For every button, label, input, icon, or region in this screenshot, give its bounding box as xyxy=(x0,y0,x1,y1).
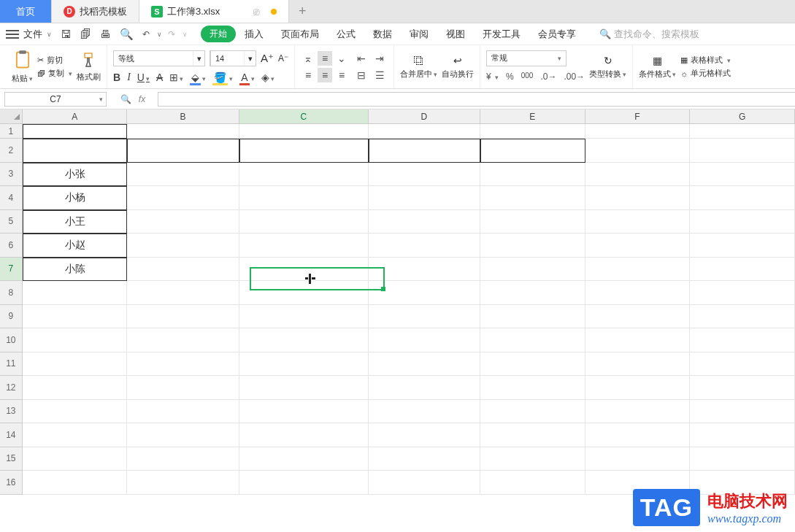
decrease-decimal-icon[interactable]: .00→ xyxy=(564,72,585,84)
name-box[interactable]: C7 ▾ xyxy=(4,92,107,107)
cell[interactable] xyxy=(239,234,369,258)
cell[interactable] xyxy=(480,139,585,163)
align-right-icon[interactable]: ≡ xyxy=(334,68,349,82)
ribbon-tab-page-layout[interactable]: 页面布局 xyxy=(272,25,328,44)
copy-button[interactable]: 🗊复制▾ xyxy=(37,68,72,79)
file-menu[interactable]: 文件 ∨ xyxy=(23,28,52,41)
cell[interactable] xyxy=(585,124,691,139)
row-header[interactable]: 12 xyxy=(0,376,23,400)
cell[interactable] xyxy=(690,124,795,139)
cell[interactable] xyxy=(690,281,795,305)
align-center-icon[interactable]: ≡ xyxy=(318,68,332,82)
cell[interactable]: 小赵 xyxy=(23,234,128,258)
decrease-indent-icon[interactable]: ⇤ xyxy=(353,51,369,66)
cell[interactable] xyxy=(480,281,585,305)
underline-button[interactable]: U▾ xyxy=(137,72,150,83)
cell[interactable] xyxy=(369,328,480,352)
print-preview-icon[interactable]: 🔍 xyxy=(120,28,134,41)
cell[interactable] xyxy=(369,471,480,495)
cell[interactable] xyxy=(127,163,239,187)
orientation-icon[interactable]: ⊟ xyxy=(353,68,369,82)
cell[interactable] xyxy=(690,305,795,329)
cell[interactable] xyxy=(369,234,480,258)
cell[interactable] xyxy=(585,376,691,400)
chevron-down-icon[interactable]: ▾ xyxy=(193,51,204,66)
percent-icon[interactable]: % xyxy=(506,72,514,84)
cell[interactable] xyxy=(480,447,585,471)
cell[interactable] xyxy=(690,163,795,187)
cell[interactable] xyxy=(127,400,239,424)
tab-home[interactable]: 首页 xyxy=(0,0,52,23)
align-bottom-icon[interactable]: ⌄ xyxy=(334,51,349,66)
font-color-button[interactable]: A▾ xyxy=(239,72,254,83)
cell[interactable] xyxy=(239,281,369,305)
decrease-font-icon[interactable]: A⁻ xyxy=(278,53,288,63)
column-header[interactable]: F xyxy=(585,109,691,123)
cell[interactable] xyxy=(480,423,585,447)
cell[interactable] xyxy=(239,400,369,424)
table-style-button[interactable]: ▦表格样式▾ xyxy=(680,55,731,66)
cell[interactable] xyxy=(480,124,585,139)
row-header[interactable]: 10 xyxy=(0,328,23,352)
cell[interactable] xyxy=(480,305,585,329)
cell[interactable] xyxy=(127,328,239,352)
tab-workbook[interactable]: S 工作簿3.xlsx ⎚ xyxy=(139,0,289,23)
ribbon-tab-formula[interactable]: 公式 xyxy=(328,25,364,44)
cell[interactable] xyxy=(480,376,585,400)
cell[interactable] xyxy=(239,376,369,400)
cell[interactable] xyxy=(239,124,369,139)
cell[interactable] xyxy=(369,258,480,282)
search-commands[interactable]: 🔍 查找命令、搜索模板 xyxy=(599,28,699,41)
cell[interactable] xyxy=(369,281,480,305)
cell[interactable] xyxy=(239,471,369,495)
cell[interactable] xyxy=(127,281,239,305)
row-header[interactable]: 2 xyxy=(0,139,23,163)
cell[interactable] xyxy=(23,305,128,329)
cell[interactable] xyxy=(585,163,691,187)
align-left-icon[interactable]: ≡ xyxy=(301,68,315,82)
cell[interactable]: 小陈 xyxy=(23,258,128,282)
hamburger-icon[interactable] xyxy=(6,30,19,39)
cell[interactable] xyxy=(127,139,239,163)
undo-icon[interactable]: ↶ xyxy=(142,29,150,39)
row-header[interactable]: 9 xyxy=(0,305,23,329)
cell[interactable] xyxy=(480,210,585,234)
cell[interactable] xyxy=(480,163,585,187)
cell[interactable] xyxy=(690,234,795,258)
cell[interactable] xyxy=(585,258,691,282)
row-header[interactable]: 14 xyxy=(0,423,23,447)
cell[interactable] xyxy=(369,447,480,471)
print-icon[interactable]: 🖶 xyxy=(100,28,111,40)
cell[interactable] xyxy=(127,234,239,258)
bold-button[interactable]: B xyxy=(113,72,120,83)
cell[interactable] xyxy=(480,234,585,258)
cell[interactable] xyxy=(690,186,795,210)
cell[interactable] xyxy=(585,210,691,234)
cell[interactable] xyxy=(369,376,480,400)
cell[interactable] xyxy=(369,423,480,447)
row-header[interactable]: 5 xyxy=(0,210,23,234)
row-header[interactable]: 15 xyxy=(0,447,23,471)
column-header[interactable]: G xyxy=(690,109,795,123)
ribbon-tab-data[interactable]: 数据 xyxy=(364,25,401,44)
row-header[interactable]: 3 xyxy=(0,163,23,187)
cut-button[interactable]: ✂剪切 xyxy=(37,55,72,66)
cell[interactable] xyxy=(127,447,239,471)
increase-indent-icon[interactable]: ⇥ xyxy=(372,51,388,66)
cell[interactable] xyxy=(369,186,480,210)
cell[interactable] xyxy=(127,210,239,234)
cell[interactable] xyxy=(690,210,795,234)
column-header[interactable]: B xyxy=(127,109,239,123)
tab-share-icon[interactable]: ⎚ xyxy=(253,6,259,18)
fill-effect-button[interactable]: ⬙▾ xyxy=(190,72,206,83)
cell[interactable]: 小王 xyxy=(23,210,128,234)
cell[interactable] xyxy=(127,305,239,329)
cell[interactable] xyxy=(127,124,239,139)
cell[interactable] xyxy=(690,423,795,447)
paste-button[interactable]: 粘贴▾ xyxy=(12,50,33,84)
cell[interactable] xyxy=(369,210,480,234)
column-header[interactable]: C xyxy=(239,109,369,123)
cell[interactable] xyxy=(23,352,128,377)
cell[interactable] xyxy=(23,447,128,471)
merge-center-button[interactable]: ⿻ 合并居中▾ xyxy=(400,54,437,80)
